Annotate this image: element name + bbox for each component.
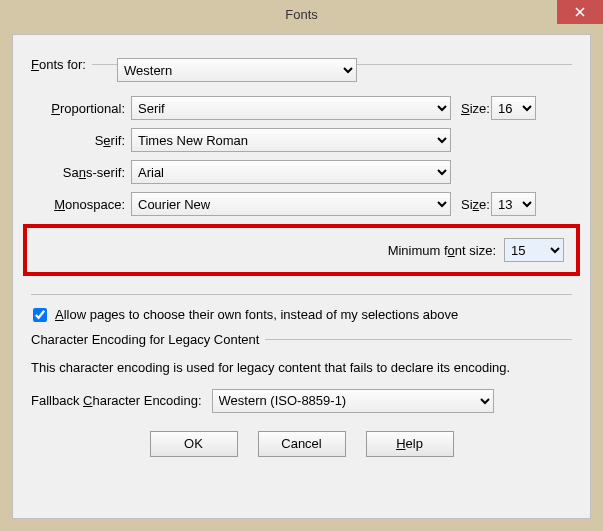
client-area: Fonts for: Western Proportional: Serif S…	[12, 34, 591, 519]
min-font-size-label: Minimum font size:	[388, 243, 496, 258]
min-font-highlight: Minimum font size: 15	[23, 224, 580, 276]
close-icon	[575, 7, 585, 17]
title-bar: Fonts	[0, 0, 603, 30]
separator	[31, 294, 572, 295]
fallback-enc-select[interactable]: Western (ISO-8859-1)	[212, 389, 494, 413]
fallback-enc-label: Fallback Character Encoding:	[31, 393, 202, 408]
min-font-size-select[interactable]: 15	[504, 238, 564, 262]
serif-select[interactable]: Times New Roman	[131, 128, 451, 152]
prop-size-select[interactable]: 16	[491, 96, 536, 120]
mono-size-select[interactable]: 13	[491, 192, 536, 216]
monospace-select[interactable]: Courier New	[131, 192, 451, 216]
fonts-for-group: Fonts for: Western	[31, 57, 572, 82]
allow-pages-checkbox[interactable]	[33, 308, 47, 322]
serif-label: Serif:	[31, 133, 131, 148]
encoding-legend: Character Encoding for Legacy Content	[31, 332, 265, 347]
proportional-select[interactable]: Serif	[131, 96, 451, 120]
fonts-dialog: Fonts Fonts for: Western Proportional: S…	[0, 0, 603, 531]
cancel-button[interactable]: Cancel	[258, 431, 346, 457]
proportional-label: Proportional:	[31, 101, 131, 116]
close-button[interactable]	[557, 0, 603, 24]
monospace-label: Monospace:	[31, 197, 131, 212]
button-bar: OK Cancel Help	[31, 421, 572, 461]
allow-pages-label: Allow pages to choose their own fonts, i…	[55, 307, 458, 322]
encoding-description: This character encoding is used for lega…	[31, 359, 572, 377]
fonts-for-select[interactable]: Western	[117, 58, 357, 82]
window-title: Fonts	[285, 0, 318, 30]
help-button[interactable]: Help	[366, 431, 454, 457]
fonts-for-label: Fonts for:	[31, 57, 92, 72]
sans-serif-label: Sans-serif:	[31, 165, 131, 180]
prop-size-label: Size:	[451, 101, 491, 116]
encoding-group: Character Encoding for Legacy Content Th…	[31, 332, 572, 421]
mono-size-label: Size:	[451, 197, 491, 212]
sans-serif-select[interactable]: Arial	[131, 160, 451, 184]
ok-button[interactable]: OK	[150, 431, 238, 457]
